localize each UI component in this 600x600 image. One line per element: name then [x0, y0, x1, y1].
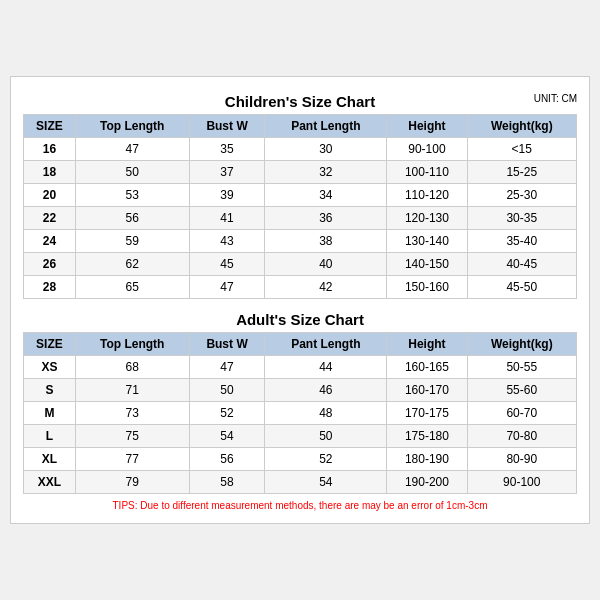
table-cell: 130-140 — [387, 230, 467, 253]
table-cell: 47 — [75, 138, 189, 161]
table-cell: 190-200 — [387, 471, 467, 494]
table-cell: 22 — [24, 207, 76, 230]
children-col-bust-w: Bust W — [189, 115, 265, 138]
children-title: Children's Size Chart UNIT: CM — [23, 87, 577, 114]
table-cell: 50 — [75, 161, 189, 184]
table-cell: 25-30 — [467, 184, 576, 207]
table-cell: 71 — [75, 379, 189, 402]
table-cell: 37 — [189, 161, 265, 184]
table-cell: 35 — [189, 138, 265, 161]
table-row: XL775652180-19080-90 — [24, 448, 577, 471]
table-cell: 54 — [189, 425, 265, 448]
table-row: XS684744160-16550-55 — [24, 356, 577, 379]
table-row: XXL795854190-20090-100 — [24, 471, 577, 494]
adult-size-table: SIZE Top Length Bust W Pant Length Heigh… — [23, 332, 577, 494]
table-cell: 62 — [75, 253, 189, 276]
table-cell: 50-55 — [467, 356, 576, 379]
children-title-text: Children's Size Chart — [225, 93, 375, 110]
table-cell: 90-100 — [387, 138, 467, 161]
table-cell: 35-40 — [467, 230, 576, 253]
table-cell: 30-35 — [467, 207, 576, 230]
children-col-top-length: Top Length — [75, 115, 189, 138]
adult-col-bust-w: Bust W — [189, 333, 265, 356]
table-cell: L — [24, 425, 76, 448]
table-cell: 50 — [189, 379, 265, 402]
table-cell: 60-70 — [467, 402, 576, 425]
table-cell: 18 — [24, 161, 76, 184]
children-size-table: SIZE Top Length Bust W Pant Length Heigh… — [23, 114, 577, 299]
table-row: 26624540140-15040-45 — [24, 253, 577, 276]
table-cell: 55-60 — [467, 379, 576, 402]
table-cell: 40 — [265, 253, 387, 276]
adult-col-pant-length: Pant Length — [265, 333, 387, 356]
table-cell: 79 — [75, 471, 189, 494]
table-cell: 48 — [265, 402, 387, 425]
table-row: 18503732100-11015-25 — [24, 161, 577, 184]
table-cell: 47 — [189, 276, 265, 299]
table-cell: 58 — [189, 471, 265, 494]
adult-col-weight: Weight(kg) — [467, 333, 576, 356]
table-cell: 24 — [24, 230, 76, 253]
children-unit-label: UNIT: CM — [534, 93, 577, 104]
table-cell: 90-100 — [467, 471, 576, 494]
table-cell: 46 — [265, 379, 387, 402]
table-cell: 28 — [24, 276, 76, 299]
adult-col-top-length: Top Length — [75, 333, 189, 356]
table-cell: 160-165 — [387, 356, 467, 379]
adult-col-size: SIZE — [24, 333, 76, 356]
table-cell: 77 — [75, 448, 189, 471]
table-cell: S — [24, 379, 76, 402]
table-cell: 110-120 — [387, 184, 467, 207]
table-cell: 56 — [189, 448, 265, 471]
chart-container: Children's Size Chart UNIT: CM SIZE Top … — [10, 76, 590, 524]
table-cell: 52 — [265, 448, 387, 471]
table-row: M735248170-17560-70 — [24, 402, 577, 425]
table-cell: 47 — [189, 356, 265, 379]
table-cell: 30 — [265, 138, 387, 161]
table-cell: 120-130 — [387, 207, 467, 230]
table-cell: 140-150 — [387, 253, 467, 276]
children-col-height: Height — [387, 115, 467, 138]
table-cell: 43 — [189, 230, 265, 253]
table-cell: 160-170 — [387, 379, 467, 402]
table-cell: 80-90 — [467, 448, 576, 471]
table-cell: 180-190 — [387, 448, 467, 471]
table-cell: 38 — [265, 230, 387, 253]
table-cell: 20 — [24, 184, 76, 207]
adult-title-text: Adult's Size Chart — [236, 311, 364, 328]
children-col-weight: Weight(kg) — [467, 115, 576, 138]
children-col-size: SIZE — [24, 115, 76, 138]
table-cell: M — [24, 402, 76, 425]
table-cell: 40-45 — [467, 253, 576, 276]
table-cell: <15 — [467, 138, 576, 161]
tips-text: TIPS: Due to different measurement metho… — [23, 500, 577, 511]
table-cell: 150-160 — [387, 276, 467, 299]
table-row: 28654742150-16045-50 — [24, 276, 577, 299]
table-cell: 41 — [189, 207, 265, 230]
table-cell: 32 — [265, 161, 387, 184]
table-cell: 54 — [265, 471, 387, 494]
table-cell: 36 — [265, 207, 387, 230]
table-cell: 68 — [75, 356, 189, 379]
table-cell: 50 — [265, 425, 387, 448]
table-cell: 100-110 — [387, 161, 467, 184]
table-cell: 45 — [189, 253, 265, 276]
table-cell: 44 — [265, 356, 387, 379]
table-cell: XL — [24, 448, 76, 471]
table-cell: 52 — [189, 402, 265, 425]
table-row: 1647353090-100<15 — [24, 138, 577, 161]
table-cell: 42 — [265, 276, 387, 299]
table-row: L755450175-18070-80 — [24, 425, 577, 448]
table-row: 24594338130-14035-40 — [24, 230, 577, 253]
adult-title: Adult's Size Chart — [23, 305, 577, 332]
children-header-row: SIZE Top Length Bust W Pant Length Heigh… — [24, 115, 577, 138]
table-cell: 26 — [24, 253, 76, 276]
children-col-pant-length: Pant Length — [265, 115, 387, 138]
table-cell: XXL — [24, 471, 76, 494]
table-cell: 56 — [75, 207, 189, 230]
table-cell: 59 — [75, 230, 189, 253]
table-cell: 34 — [265, 184, 387, 207]
table-row: 22564136120-13030-35 — [24, 207, 577, 230]
table-cell: 39 — [189, 184, 265, 207]
adult-header-row: SIZE Top Length Bust W Pant Length Heigh… — [24, 333, 577, 356]
